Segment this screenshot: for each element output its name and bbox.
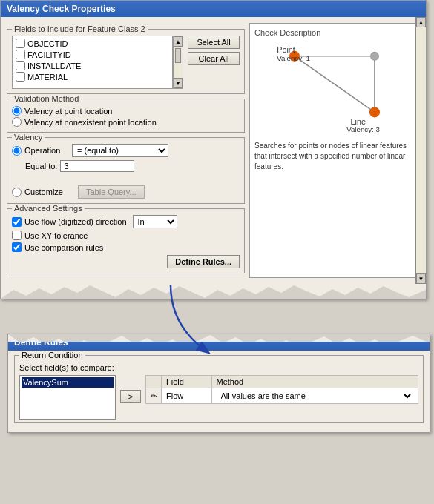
validation-radio2[interactable]: [12, 117, 22, 127]
use-xy-row: Use XY tolerance: [12, 231, 240, 240]
main-scrollbar[interactable]: ▲ ▼: [415, 17, 426, 284]
svg-text:Valency: 3: Valency: 3: [346, 125, 380, 133]
use-flow-label: Use flow (digitized) direction: [24, 217, 127, 226]
customize-label: Customize: [24, 188, 63, 196]
field-checkbox-material[interactable]: [16, 72, 25, 82]
validation-radio1[interactable]: [12, 106, 22, 116]
scroll-thumb[interactable]: [175, 48, 181, 63]
svg-text:Point: Point: [277, 45, 295, 54]
use-flow-checkbox[interactable]: [12, 217, 22, 227]
fields-section-label: Fields to Include for Feature Class 2: [12, 24, 148, 33]
validation-options: Valency at point location Valency at non…: [12, 105, 240, 127]
arrow-connector: [126, 282, 237, 363]
customize-row: Customize Table Query...: [12, 185, 240, 199]
operation-select[interactable]: = (equal to): [72, 144, 168, 157]
main-scroll-track: [416, 27, 426, 273]
field-checkbox-installdate[interactable]: [16, 61, 25, 70]
validation-option2: Valency at nonexistent point location: [12, 116, 240, 127]
validation-label1: Valency at point location: [24, 107, 112, 116]
left-panel: Fields to Include for Feature Class 2 OB…: [7, 23, 245, 278]
advanced-content: Use flow (digitized) direction In Use XY…: [12, 215, 240, 268]
validation-label2: Valency at nonexistent point location: [24, 118, 157, 127]
use-comp-label: Use comparison rules: [24, 243, 103, 252]
table-row: ✏ Flow All values are the same Any value…: [146, 388, 418, 404]
method-select[interactable]: All values are the same Any value differ…: [217, 390, 414, 402]
field-item-installdate: INSTALLDATE: [14, 60, 171, 71]
main-layout: Fields to Include for Feature Class 2 OB…: [7, 23, 420, 278]
field-label-installdate: INSTALLDATE: [27, 62, 81, 70]
add-field-button-wrapper: >: [120, 390, 141, 403]
validation-section-label: Validation Method: [12, 94, 81, 103]
field-label-material: MATERIAL: [27, 73, 68, 82]
return-inner: ValencySum > Field Method: [19, 375, 418, 420]
check-desc-text: Searches for points or nodes of linear f…: [254, 141, 415, 172]
row-icon-cell: ✏: [146, 388, 162, 404]
fields-select-item[interactable]: ValencySum: [22, 377, 114, 388]
field-item-facilityid: FACILITYID: [14, 49, 171, 60]
col-field-header: Field: [162, 376, 212, 388]
select-fields-label: Select field(s) to compare:: [19, 363, 418, 372]
field-label-objectid: OBJECTID: [27, 39, 68, 48]
advanced-section-label: Advanced Settings: [12, 204, 85, 213]
svg-point-5: [371, 52, 379, 60]
valency-check-dialog: Valency Check Properties Fields to Inclu…: [0, 0, 427, 299]
validation-section: Validation Method Valency at point locat…: [7, 99, 245, 133]
field-checkbox-facilityid[interactable]: [16, 50, 25, 59]
use-xy-checkbox[interactable]: [12, 231, 22, 240]
use-comp-checkbox[interactable]: [12, 242, 22, 252]
dialog-title: Valency Check Properties: [7, 4, 116, 14]
clear-all-button[interactable]: Clear All: [188, 52, 240, 65]
check-desc-title: Check Description: [254, 28, 415, 37]
field-checkbox-objectid[interactable]: [16, 39, 25, 48]
return-condition-box: Return Condition Select field(s) to comp…: [14, 355, 424, 423]
scroll-up-btn[interactable]: ▲: [174, 36, 183, 47]
check-description-box: Check Description: [249, 23, 420, 278]
use-flow-select[interactable]: In: [133, 215, 177, 228]
pencil-icon: ✏: [151, 392, 157, 400]
customize-radio[interactable]: [12, 188, 22, 197]
define-rules-button[interactable]: Define Rules...: [167, 255, 240, 268]
svg-text:Valency: 1: Valency: 1: [277, 54, 310, 62]
use-comp-row: Use comparison rules: [12, 242, 240, 252]
col-icon-header: [146, 376, 162, 388]
fields-buttons: Select All Clear All: [188, 36, 240, 65]
scroll-track: [174, 47, 183, 78]
svg-point-4: [370, 107, 380, 117]
dialog-content: Fields to Include for Feature Class 2 OB…: [1, 17, 426, 284]
advanced-section: Advanced Settings Use flow (digitized) d…: [7, 208, 245, 273]
field-label-facilityid: FACILITYID: [27, 50, 71, 59]
field-item-material: MATERIAL: [14, 71, 171, 82]
table-query-button[interactable]: Table Query...: [78, 185, 145, 199]
define-rules-row: Define Rules...: [12, 255, 240, 268]
operation-label: Operation: [24, 146, 69, 155]
main-scroll-up[interactable]: ▲: [416, 17, 426, 27]
rules-table: Field Method ✏ Flow: [145, 375, 418, 404]
equal-to-input[interactable]: [60, 160, 134, 172]
svg-text:Line: Line: [351, 117, 366, 126]
field-item-objectid: OBJECTID: [14, 38, 171, 49]
add-field-button[interactable]: >: [120, 390, 141, 403]
equal-to-row: Equal to:: [25, 160, 240, 172]
row-field-cell: Flow: [162, 388, 212, 404]
operation-row: Operation = (equal to): [12, 144, 240, 157]
fields-scrollbar[interactable]: ▲ ▼: [173, 36, 183, 89]
check-diagram: Point Valency: 1 Line Valency: 3: [254, 40, 415, 136]
use-xy-label: Use XY tolerance: [24, 231, 88, 240]
operation-radio[interactable]: [12, 146, 22, 156]
equal-to-label: Equal to:: [25, 162, 57, 170]
table-header-row: Field Method: [146, 376, 418, 388]
fields-inner: OBJECTID FACILITYID INSTALLDATE: [12, 36, 240, 89]
row-method-cell[interactable]: All values are the same Any value differ…: [211, 388, 418, 404]
fields-list-wrapper: OBJECTID FACILITYID INSTALLDATE: [12, 36, 183, 89]
valency-content: Operation = (equal to) Equal to:: [12, 144, 240, 199]
scroll-down-btn[interactable]: ▼: [174, 78, 183, 88]
valency-section-label: Valency: [12, 133, 45, 142]
fields-section: Fields to Include for Feature Class 2 OB…: [7, 29, 245, 94]
fields-list[interactable]: OBJECTID FACILITYID INSTALLDATE: [12, 36, 173, 89]
return-condition-label: Return Condition: [19, 351, 85, 359]
fields-select-box[interactable]: ValencySum: [19, 375, 116, 420]
col-method-header: Method: [211, 376, 418, 388]
main-scroll-down[interactable]: ▼: [416, 273, 426, 284]
dialog-titlebar: Valency Check Properties: [1, 1, 426, 17]
select-all-button[interactable]: Select All: [188, 36, 240, 49]
